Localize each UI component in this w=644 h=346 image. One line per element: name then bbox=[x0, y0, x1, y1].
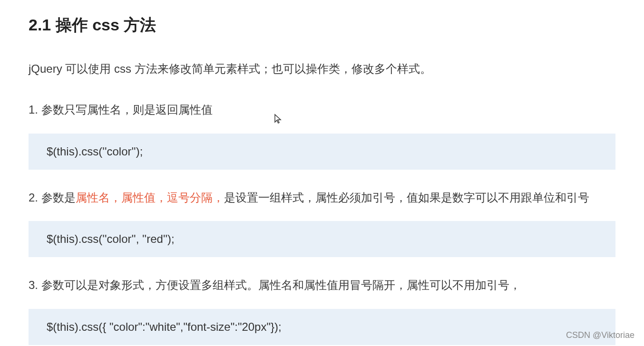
code-block-2: $(this).css(''color'', ''red''); bbox=[29, 221, 615, 257]
code-block-1: $(this).css(''color''); bbox=[29, 134, 615, 170]
code-block-3: $(this).css({ "color":"white","font-size… bbox=[29, 309, 615, 345]
section-heading: 2.1 操作 css 方法 bbox=[29, 14, 615, 36]
watermark-text: CSDN @Viktoriae bbox=[566, 330, 634, 340]
list-item-3: 3. 参数可以是对象形式，方便设置多组样式。属性名和属性值用冒号隔开，属性可以不… bbox=[29, 276, 615, 294]
list-item-2-prefix: 2. 参数是 bbox=[29, 191, 76, 204]
list-item-1: 1. 参数只写属性名，则是返回属性值 bbox=[29, 101, 615, 119]
list-item-2-highlight: 属性名，属性值，逗号分隔， bbox=[76, 191, 224, 204]
list-item-2: 2. 参数是属性名，属性值，逗号分隔，是设置一组样式，属性必须加引号，值如果是数… bbox=[29, 189, 615, 207]
document-container: 2.1 操作 css 方法 jQuery 可以使用 css 方法来修改简单元素样… bbox=[0, 0, 644, 345]
list-item-2-suffix: 是设置一组样式，属性必须加引号，值如果是数字可以不用跟单位和引号 bbox=[224, 191, 589, 204]
intro-paragraph: jQuery 可以使用 css 方法来修改简单元素样式；也可以操作类，修改多个样… bbox=[29, 60, 615, 78]
